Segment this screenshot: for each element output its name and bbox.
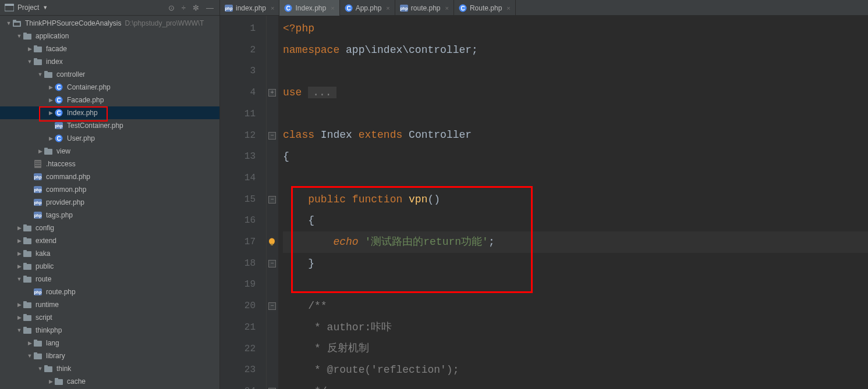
expand-arrow-icon[interactable] [26, 59, 34, 65]
tree-item-application[interactable]: application [0, 30, 219, 42]
code-line[interactable] [283, 167, 868, 189]
tree-item--htaccess[interactable]: .htaccess [0, 158, 219, 170]
code-editor[interactable]: 12341112131415161718192021222324 +−−−−− … [220, 16, 868, 389]
tree-item-label: User.php [67, 134, 95, 142]
fold-marker[interactable]: + [268, 89, 276, 97]
tab-App-php[interactable]: App.php× [340, 0, 395, 16]
tree-item-index[interactable]: index [0, 55, 219, 68]
tree-item-route[interactable]: route [0, 273, 219, 285]
tree-item-facade[interactable]: facade [0, 42, 219, 55]
expand-arrow-icon[interactable] [15, 251, 23, 256]
tree-item-provider-php[interactable]: provider.php [0, 196, 219, 209]
fold-marker[interactable]: − [268, 260, 276, 267]
expand-arrow-icon[interactable] [26, 46, 34, 52]
gear-icon[interactable]: ✼ [193, 3, 199, 12]
expand-arrow-icon[interactable] [36, 72, 44, 77]
tree-item-view[interactable]: view [0, 145, 219, 158]
tree-item-common-php[interactable]: common.php [0, 183, 219, 196]
fold-marker[interactable]: − [268, 132, 276, 140]
expand-arrow-icon[interactable] [26, 353, 34, 359]
code-line[interactable]: class Index extends Controller [283, 124, 868, 146]
tab-Route-php[interactable]: Route.php× [454, 0, 516, 16]
tree-item-config[interactable]: config [0, 222, 219, 234]
tree-item-Container-php[interactable]: Container.php [0, 81, 219, 94]
tree-item-command-php[interactable]: command.php [0, 170, 219, 183]
code-line[interactable]: * @route('reflection'); [283, 359, 868, 381]
code-line[interactable]: echo '测试路由的return功能'; [283, 231, 868, 253]
expand-arrow-icon[interactable] [36, 148, 44, 154]
code-line[interactable]: { [283, 210, 868, 231]
tree-item-route-php[interactable]: route.php [0, 285, 219, 298]
expand-arrow-icon[interactable] [15, 276, 23, 282]
tree-item-controller[interactable]: controller [0, 68, 219, 81]
code-line[interactable]: { [283, 146, 868, 167]
minimize-icon[interactable]: — [206, 3, 214, 12]
expand-arrow-icon[interactable] [47, 97, 55, 103]
expand-arrow-icon[interactable] [47, 135, 55, 141]
tree-item-tags-php[interactable]: tags.php [0, 209, 219, 222]
dir-icon [23, 249, 33, 258]
code-line[interactable]: } [283, 253, 868, 274]
expand-arrow-icon[interactable] [47, 84, 55, 90]
code-line[interactable]: <?php [283, 18, 868, 40]
code-line[interactable]: * author:咔咔 [283, 317, 868, 338]
tree-item-Facade-php[interactable]: Facade.php [0, 94, 219, 106]
close-icon[interactable]: × [331, 5, 334, 12]
tree-item-User-php[interactable]: User.php [0, 132, 219, 145]
tree-item-script[interactable]: script [0, 311, 219, 324]
close-icon[interactable]: × [386, 5, 389, 12]
bulb-icon[interactable] [268, 238, 276, 246]
code-line[interactable] [283, 274, 868, 295]
code-line[interactable] [283, 104, 868, 125]
close-icon[interactable]: × [506, 5, 510, 12]
code-line[interactable] [283, 60, 868, 82]
tree-item-ThinkPHPSourceCodeAnalysis[interactable]: ThinkPHPSourceCodeAnalysisD:\phpstudy_pr… [0, 17, 219, 30]
tree-item-extend[interactable]: extend [0, 234, 219, 247]
expand-arrow-icon[interactable] [15, 263, 23, 269]
tree-item-library[interactable]: library [0, 349, 219, 362]
code-line[interactable]: */ [283, 381, 868, 389]
tree-item-public[interactable]: public [0, 260, 219, 273]
expand-arrow-icon[interactable] [15, 302, 23, 308]
tree-item-label: lang [46, 339, 59, 347]
project-tool-header[interactable]: Project ▼ ⊙ ÷ ✼ — [0, 0, 220, 16]
expand-arrow-icon[interactable] [15, 315, 23, 320]
tree-item-think[interactable]: think [0, 362, 219, 375]
tab-index-php[interactable]: index.php× [220, 0, 279, 16]
locate-icon[interactable]: ⊙ [168, 3, 175, 12]
close-icon[interactable]: × [445, 5, 449, 12]
expand-arrow-icon[interactable] [15, 225, 23, 231]
code-line[interactable]: /** [283, 295, 868, 317]
line-number: 23 [220, 359, 256, 381]
tab-Index-php[interactable]: Index.php× [279, 0, 339, 16]
tree-item-lang[interactable]: lang [0, 337, 219, 349]
expand-arrow-icon[interactable] [47, 379, 55, 384]
tree-item-Index-php[interactable]: Index.php [0, 106, 219, 119]
code-line[interactable]: * 反射机制 [283, 338, 868, 359]
code-area[interactable]: <?phpnamespace app\index\controller; use… [278, 16, 868, 389]
close-icon[interactable]: × [271, 5, 274, 12]
tree-item-cache[interactable]: cache [0, 375, 219, 388]
fold-marker[interactable]: − [268, 196, 276, 204]
expand-arrow-icon[interactable] [15, 238, 23, 244]
tree-item-kaka[interactable]: kaka [0, 247, 219, 260]
collapse-icon[interactable]: ÷ [182, 3, 186, 12]
expand-arrow-icon[interactable] [5, 20, 13, 26]
code-line[interactable]: namespace app\index\controller; [283, 40, 868, 61]
dir-icon [34, 352, 43, 360]
project-tree[interactable]: ThinkPHPSourceCodeAnalysisD:\phpstudy_pr… [0, 16, 220, 389]
tree-item-thinkphp[interactable]: thinkphp [0, 324, 219, 337]
code-line[interactable]: use ... [283, 82, 868, 104]
expand-arrow-icon[interactable] [36, 366, 44, 372]
expand-arrow-icon[interactable] [15, 33, 23, 39]
expand-arrow-icon[interactable] [26, 340, 34, 346]
tree-item-TestContainer-php[interactable]: TestContainer.php [0, 119, 219, 132]
expand-arrow-icon[interactable] [47, 110, 55, 116]
expand-arrow-icon[interactable] [15, 327, 23, 333]
tree-item-runtime[interactable]: runtime [0, 298, 219, 311]
tree-item-label: view [56, 147, 70, 155]
dir-icon [44, 147, 54, 155]
code-line[interactable]: public function vpn() [283, 189, 868, 210]
tab-route-php[interactable]: route.php× [395, 0, 454, 16]
fold-marker[interactable]: − [268, 302, 276, 310]
